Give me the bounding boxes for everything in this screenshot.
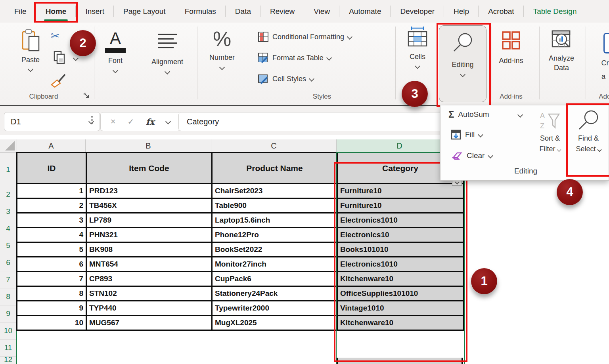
fill-button[interactable]: Fill — [451, 130, 483, 140]
cell[interactable]: TB456X — [86, 198, 212, 213]
cell[interactable]: 4 — [17, 228, 86, 242]
cell-styles-button[interactable]: Cell Styles — [258, 73, 314, 84]
cell[interactable]: CupPack6 — [212, 272, 337, 286]
autosum-chevron[interactable] — [517, 112, 523, 118]
row-header-8[interactable]: 8 — [0, 288, 16, 305]
row-header-7[interactable]: 7 — [0, 271, 16, 288]
tab-developer[interactable]: Developer — [391, 0, 444, 23]
column-header-b[interactable]: B — [86, 139, 211, 153]
cell[interactable]: MugXL2025 — [212, 316, 337, 330]
cell[interactable]: STN102 — [86, 286, 212, 301]
tab-table-design[interactable]: Table Design — [524, 0, 586, 23]
alignment-group-button[interactable]: Alignment — [150, 32, 185, 75]
cell[interactable]: TYP440 — [86, 301, 212, 316]
cell[interactable]: Typewriter2000 — [212, 301, 337, 316]
row-header-10[interactable]: 10 — [0, 322, 16, 339]
clipboard-dialog-launcher-icon[interactable] — [83, 92, 90, 99]
row-header-6[interactable]: 6 — [0, 254, 16, 271]
cell[interactable]: ChairSet2023 — [212, 184, 337, 198]
tab-acrobat[interactable]: Acrobat — [479, 0, 523, 23]
row-header-1[interactable]: 1 — [0, 153, 16, 186]
name-box[interactable]: D1 — [4, 112, 100, 131]
clear-button[interactable]: Clear — [452, 151, 492, 161]
row-header-2[interactable]: 2 — [0, 186, 16, 203]
font-group-button[interactable]: A Font — [102, 30, 128, 74]
analyze-data-button[interactable]: Analyze Data — [546, 30, 576, 72]
cell[interactable]: 5 — [17, 242, 86, 257]
cell[interactable]: PHN321 — [86, 228, 212, 242]
cell[interactable]: Kitchenware10 — [337, 316, 463, 330]
cell[interactable]: Furniture10 — [337, 184, 463, 198]
paste-dropdown-chevron[interactable] — [28, 67, 33, 72]
cell[interactable]: 3 — [17, 213, 86, 228]
fx-chevron[interactable] — [165, 119, 171, 124]
tab-help[interactable]: Help — [444, 0, 479, 23]
tab-data[interactable]: Data — [226, 0, 260, 23]
column-header-a[interactable]: A — [17, 139, 86, 153]
copy-dropdown-chevron[interactable] — [73, 55, 79, 61]
cell[interactable]: Monitor27inch — [212, 257, 337, 272]
tab-file[interactable]: File — [5, 0, 36, 23]
cell[interactable]: Phone12Pro — [212, 228, 337, 242]
header-cell[interactable]: Product Name — [212, 153, 337, 184]
cell[interactable]: LP789 — [86, 213, 212, 228]
row-header-12[interactable]: 12 — [0, 356, 16, 363]
conditional-formatting-button[interactable]: Conditional Formatting — [258, 31, 352, 42]
select-all-corner[interactable] — [0, 139, 17, 153]
cell[interactable]: Vintage1010 — [337, 301, 463, 316]
cell[interactable]: Table900 — [212, 198, 337, 213]
insert-function-icon[interactable]: fx — [146, 117, 155, 127]
cell[interactable]: PRD123 — [86, 184, 212, 198]
row-header-3[interactable]: 3 — [0, 203, 16, 220]
cell[interactable]: Books101010 — [337, 242, 463, 257]
cell[interactable]: Furniture10 — [337, 198, 463, 213]
tab-page-layout[interactable]: Page Layout — [114, 0, 175, 23]
column-header-c[interactable]: C — [211, 139, 337, 153]
paste-button[interactable]: Paste — [17, 29, 44, 73]
cancel-entry-icon[interactable]: × — [111, 116, 116, 127]
cell[interactable]: Stationery24Pack — [212, 286, 337, 301]
editing-group-button[interactable]: Editing — [439, 25, 486, 102]
cell[interactable]: 1 — [17, 184, 86, 198]
tab-automate[interactable]: Automate — [339, 0, 391, 23]
tab-formulas[interactable]: Formulas — [175, 0, 226, 23]
cell[interactable]: 6 — [17, 257, 86, 272]
row-header-11[interactable]: 11 — [0, 339, 16, 356]
cell[interactable]: 7 — [17, 272, 86, 286]
sort-filter-button[interactable]: A Z Sort & Filter — [535, 111, 565, 154]
cell[interactable]: 2 — [17, 198, 86, 213]
cell[interactable]: 9 — [17, 301, 86, 316]
header-cell[interactable]: ID — [17, 153, 86, 184]
cell[interactable]: CP893 — [86, 272, 212, 286]
cell[interactable]: MUG567 — [86, 316, 212, 330]
addins-button[interactable]: Add-ins — [497, 30, 525, 65]
row-header-4[interactable]: 4 — [0, 220, 16, 237]
tab-insert[interactable]: Insert — [76, 0, 114, 23]
row-header-9[interactable]: 9 — [0, 305, 16, 322]
cells-group-button[interactable]: Cells — [404, 27, 431, 70]
copy-icon[interactable] — [53, 50, 66, 65]
cut-icon[interactable]: ✂ — [51, 30, 60, 42]
number-group-button[interactable]: % Number — [206, 27, 238, 71]
cell[interactable]: Laptop15.6inch — [212, 213, 337, 228]
cell[interactable]: 8 — [17, 286, 86, 301]
tab-view[interactable]: View — [304, 0, 339, 23]
formula-bar-drag-handle[interactable] — [91, 116, 93, 124]
cell[interactable]: Kitchenware10 — [337, 272, 463, 286]
cell[interactable]: Electronics1010 — [337, 257, 463, 272]
tab-review[interactable]: Review — [260, 0, 304, 23]
cell[interactable]: 10 — [17, 316, 86, 330]
autosum-button[interactable]: Σ AutoSum — [448, 109, 489, 120]
cell[interactable]: MNT654 — [86, 257, 212, 272]
format-painter-icon[interactable] — [50, 72, 67, 88]
row-header-5[interactable]: 5 — [0, 237, 16, 254]
cell[interactable]: BookSet2022 — [212, 242, 337, 257]
tab-home[interactable]: Home — [36, 0, 76, 23]
cell[interactable]: Electronics10 — [337, 228, 463, 242]
header-cell[interactable]: Item Code — [86, 153, 212, 184]
cell[interactable]: BK908 — [86, 242, 212, 257]
cell[interactable]: Electronics1010 — [337, 213, 463, 228]
cell[interactable]: OfficeSupplies101010 — [337, 286, 463, 301]
format-as-table-button[interactable]: Format as Table — [258, 52, 331, 63]
confirm-entry-icon[interactable]: ✓ — [127, 117, 134, 126]
